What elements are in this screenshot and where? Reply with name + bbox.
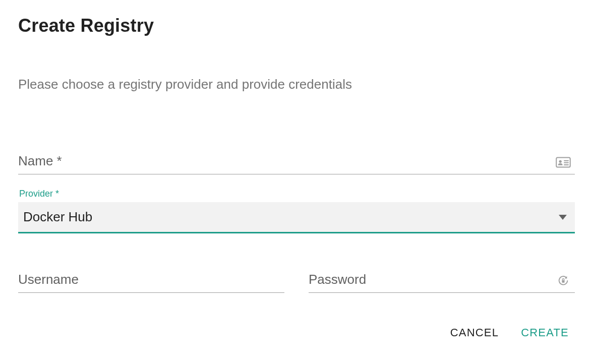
cancel-button[interactable]: CANCEL — [449, 323, 500, 342]
password-field-wrapper — [309, 269, 575, 293]
provider-field-wrapper: Provider * Docker Hub — [18, 189, 575, 233]
id-card-icon — [556, 156, 571, 168]
caret-down-icon — [559, 215, 567, 220]
credentials-row — [18, 269, 575, 293]
page-title: Create Registry — [18, 15, 575, 36]
generate-password-icon[interactable] — [556, 275, 571, 287]
password-input[interactable] — [309, 269, 575, 293]
page-subtitle: Please choose a registry provider and pr… — [18, 77, 575, 92]
svg-point-1 — [559, 160, 562, 163]
name-field-wrapper — [18, 150, 575, 174]
provider-select[interactable]: Docker Hub — [18, 202, 575, 233]
dialog-actions: CANCEL CREATE — [18, 323, 575, 342]
provider-selected-value: Docker Hub — [23, 209, 92, 224]
provider-label: Provider * — [18, 189, 575, 199]
name-input[interactable] — [18, 150, 575, 174]
create-button[interactable]: CREATE — [520, 323, 570, 342]
username-field-wrapper — [18, 269, 284, 293]
username-input[interactable] — [18, 269, 284, 293]
